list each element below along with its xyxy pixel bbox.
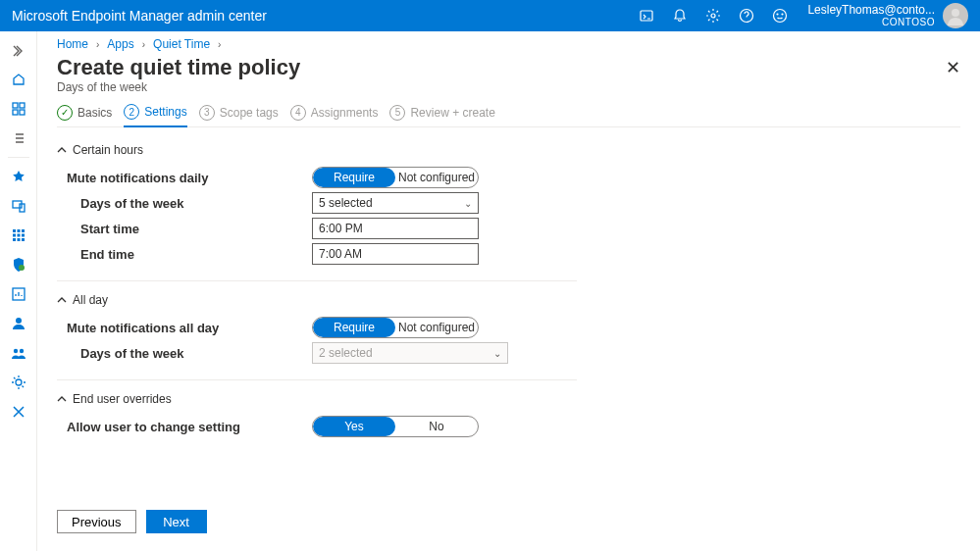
toggle-require[interactable]: Require (313, 168, 395, 187)
step-review-create[interactable]: 5 Review + create (389, 105, 494, 126)
breadcrumb: Home › Apps › Quiet Time › (57, 37, 960, 51)
nav-rail (0, 31, 37, 551)
close-icon[interactable]: ✕ (946, 57, 960, 78)
bell-icon[interactable] (672, 8, 688, 24)
previous-button[interactable]: Previous (57, 510, 136, 533)
nav-home-icon[interactable] (0, 65, 36, 94)
mute-all-day-label: Mute notifications all day (57, 321, 312, 335)
svg-rect-15 (22, 229, 25, 232)
toggle-no[interactable]: No (395, 417, 478, 436)
step-scope-tags[interactable]: 3 Scope tags (199, 105, 279, 126)
section-overrides: End user overrides Allow user to change … (57, 392, 577, 453)
svg-point-6 (952, 9, 959, 17)
end-time-input[interactable]: 7:00 AM (312, 243, 479, 265)
start-time-input[interactable]: 6:00 PM (312, 218, 479, 239)
days-of-week-all-day-label: Days of the week (57, 346, 312, 361)
check-icon: ✓ (57, 105, 73, 121)
svg-rect-9 (13, 110, 18, 115)
nav-devices-icon[interactable] (0, 191, 36, 221)
svg-rect-16 (13, 234, 16, 237)
svg-point-25 (13, 349, 17, 353)
svg-point-4 (777, 14, 778, 15)
svg-point-3 (774, 10, 787, 23)
step-label: Settings (144, 105, 186, 119)
chevron-right-icon: › (142, 39, 145, 50)
svg-point-27 (16, 379, 22, 385)
chevron-up-icon (57, 145, 67, 155)
user-block[interactable]: LesleyThomas@conto... CONTOSO (807, 3, 935, 28)
section-certain-hours: Certain hours Mute notifications daily R… (57, 143, 577, 281)
step-settings[interactable]: 2 Settings (124, 104, 186, 127)
svg-rect-7 (13, 103, 18, 108)
mute-daily-label: Mute notifications daily (57, 171, 312, 185)
nav-expand-icon[interactable] (0, 37, 36, 65)
wizard-footer: Previous Next (57, 500, 960, 551)
mute-daily-toggle[interactable]: Require Not configured (312, 167, 479, 188)
allow-change-toggle[interactable]: Yes No (312, 416, 479, 437)
gear-icon[interactable] (705, 8, 721, 24)
svg-point-22 (19, 265, 25, 271)
step-basics[interactable]: ✓ Basics (57, 105, 112, 126)
next-button[interactable]: Next (146, 510, 207, 533)
toggle-yes[interactable]: Yes (313, 417, 395, 436)
chevron-down-icon: ⌄ (464, 198, 472, 209)
svg-rect-8 (20, 103, 25, 108)
mute-all-day-toggle[interactable]: Require Not configured (312, 317, 479, 338)
chevron-up-icon (57, 394, 67, 404)
page-title: Create quiet time policy (57, 55, 960, 80)
nav-troubleshoot-icon[interactable] (0, 397, 36, 426)
svg-rect-10 (20, 110, 25, 115)
allow-change-label: Allow user to change setting (57, 420, 312, 434)
svg-rect-13 (13, 229, 16, 232)
step-label: Scope tags (220, 106, 279, 120)
svg-point-24 (16, 318, 22, 324)
chevron-right-icon: › (96, 39, 99, 50)
step-label: Assignments (311, 106, 379, 120)
global-header: Microsoft Endpoint Manager admin center … (0, 0, 980, 31)
svg-rect-14 (17, 229, 20, 232)
section-toggle-overrides[interactable]: End user overrides (57, 392, 577, 406)
console-icon[interactable] (639, 8, 654, 24)
end-time-label: End time (57, 247, 312, 262)
start-time-label: Start time (57, 222, 312, 236)
section-toggle-all-day[interactable]: All day (57, 293, 577, 307)
svg-point-26 (19, 349, 23, 353)
toggle-not-configured[interactable]: Not configured (395, 168, 478, 187)
nav-list-icon[interactable] (0, 124, 36, 153)
toggle-not-configured[interactable]: Not configured (395, 318, 478, 337)
nav-apps-icon[interactable] (0, 221, 36, 250)
section-toggle-certain-hours[interactable]: Certain hours (57, 143, 577, 157)
header-icon-row (639, 8, 796, 24)
days-of-week-all-day-dropdown[interactable]: 2 selected ⌄ (312, 342, 508, 364)
page-subtitle: Days of the week (57, 80, 960, 94)
nav-tenant-icon[interactable] (0, 368, 36, 397)
days-of-week-dropdown[interactable]: 5 selected ⌄ (312, 192, 479, 214)
breadcrumb-quiet-time[interactable]: Quiet Time (153, 37, 210, 51)
wizard-steps: ✓ Basics 2 Settings 3 Scope tags 4 Assig… (57, 104, 960, 127)
svg-rect-20 (17, 238, 20, 241)
product-title: Microsoft Endpoint Manager admin center (12, 8, 267, 24)
nav-users-icon[interactable] (0, 309, 36, 338)
svg-rect-17 (17, 234, 20, 237)
toggle-require[interactable]: Require (313, 318, 395, 337)
breadcrumb-apps[interactable]: Apps (107, 37, 133, 51)
chevron-right-icon: › (218, 39, 221, 50)
avatar[interactable] (943, 3, 968, 28)
section-all-day: All day Mute notifications all day Requi… (57, 293, 577, 380)
user-name: LesleyThomas@conto... (807, 3, 935, 17)
step-assignments[interactable]: 4 Assignments (290, 105, 379, 126)
help-icon[interactable] (739, 8, 754, 24)
svg-point-1 (711, 14, 715, 18)
chevron-up-icon (57, 295, 67, 305)
breadcrumb-home[interactable]: Home (57, 37, 88, 51)
svg-point-5 (782, 14, 783, 15)
step-label: Review + create (410, 106, 494, 120)
nav-favorites-icon[interactable] (0, 162, 36, 191)
svg-rect-21 (22, 238, 25, 241)
nav-groups-icon[interactable] (0, 338, 36, 368)
days-of-week-label: Days of the week (57, 196, 312, 211)
nav-dashboard-icon[interactable] (0, 94, 36, 124)
nav-reports-icon[interactable] (0, 279, 36, 309)
nav-security-icon[interactable] (0, 250, 36, 279)
feedback-icon[interactable] (772, 8, 788, 24)
